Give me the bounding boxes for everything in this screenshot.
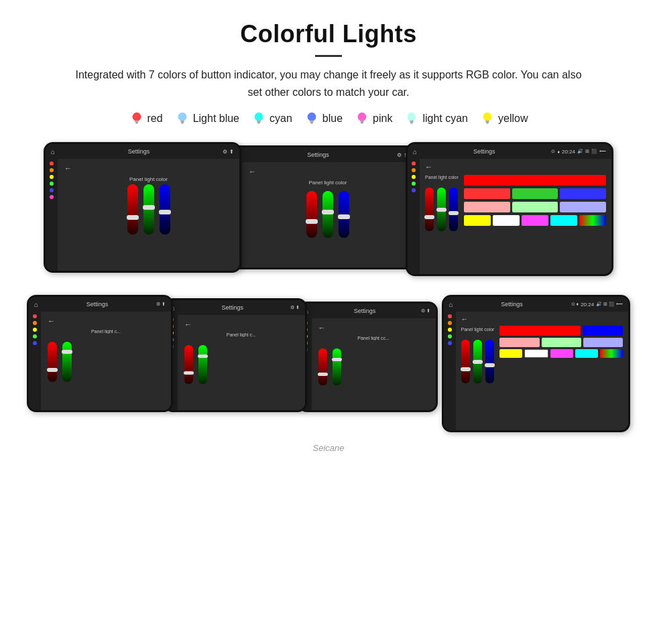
sidebar-dot xyxy=(50,168,54,172)
svg-rect-4 xyxy=(180,121,184,123)
color-swatches-3 xyxy=(464,175,606,226)
red-thumb-2[interactable] xyxy=(306,219,318,224)
blue-thumb-3[interactable] xyxy=(449,211,459,215)
sidebar-dot xyxy=(50,175,54,179)
svg-point-0 xyxy=(132,113,141,121)
color-item-blue: blue xyxy=(304,111,343,126)
green-thumb-3[interactable] xyxy=(436,208,446,212)
sidebar-dot xyxy=(50,188,54,192)
svg-point-15 xyxy=(408,113,416,121)
green-thumb-1[interactable] xyxy=(143,205,155,210)
topbar-2: ⌂ Settings ⚙ ⬆ xyxy=(230,147,414,162)
pink-bulb-icon xyxy=(355,111,369,126)
home-icon-1: ⌂ xyxy=(51,148,55,155)
red-thumb-3[interactable] xyxy=(424,215,434,219)
svg-rect-19 xyxy=(485,121,489,123)
settings-title-2: Settings xyxy=(243,151,393,158)
green-thumb-2[interactable] xyxy=(322,210,334,214)
bscreen-content-1: ← Panel light c... xyxy=(41,312,171,410)
swatch-red-full[interactable] xyxy=(464,175,606,186)
sliders-1 xyxy=(64,188,233,235)
svg-rect-5 xyxy=(181,123,184,124)
sliders-3 xyxy=(425,188,459,231)
swatch-cyan[interactable] xyxy=(550,215,577,226)
blue-thumb-1[interactable] xyxy=(159,210,171,214)
color-label-pink: pink xyxy=(373,113,392,125)
swatch-row-2 xyxy=(464,188,606,199)
bottom-devices-row: ⌂ Settings ⚙ ⬆ ← Panel light c... xyxy=(27,295,630,432)
top-device-2: ⌂ Settings ⚙ ⬆ ← xyxy=(228,145,416,269)
watermark: Seicane xyxy=(27,439,630,460)
bscreen-body-2: ← Panel light c... xyxy=(166,315,305,410)
color-label-blue: blue xyxy=(322,113,343,125)
swatch-magenta[interactable] xyxy=(522,215,548,226)
svg-rect-14 xyxy=(361,123,363,124)
swatch-pink[interactable] xyxy=(464,202,510,212)
lightcyan-bulb-icon xyxy=(404,111,419,126)
swatch-lightgreen[interactable] xyxy=(512,202,558,212)
topbar-1: ⌂ Settings ⚙ ⬆ xyxy=(46,144,239,159)
bottom-device-3: ⌂ Settings ⚙ ⬆ ← Panel light cc... xyxy=(298,302,438,412)
bcolor-swatches-4 xyxy=(499,326,623,358)
svg-rect-7 xyxy=(257,121,261,123)
topbar-icons-3: ⊙ ♦ 20:24 🔊 ⊞ ⬛ ⟵ xyxy=(551,149,606,155)
swatch-green[interactable] xyxy=(512,188,558,199)
bsliders-panel-4: ← Panel light color xyxy=(461,315,495,383)
top-device-1: ⌂ Settings ⚙ ⬆ xyxy=(44,142,241,273)
svg-rect-8 xyxy=(257,123,260,124)
color-item-cyan: cyan xyxy=(251,111,292,126)
title-section: Colorful Lights Integrated with 7 colors… xyxy=(27,20,630,101)
topbar-time-3: 20:24 xyxy=(562,149,575,155)
panel-title-3: Panel light color xyxy=(425,175,459,180)
watermark-text: Seicane xyxy=(313,443,345,453)
blue-slider-3[interactable] xyxy=(449,188,458,231)
svg-rect-10 xyxy=(310,121,314,123)
description-text: Integrated with 7 colors of button indic… xyxy=(67,66,590,101)
color-label-lightcyan: light cyan xyxy=(422,113,468,125)
red-thumb-1[interactable] xyxy=(127,215,139,220)
svg-rect-11 xyxy=(310,123,313,124)
sidebar-dot xyxy=(412,188,416,192)
bsliders-1 xyxy=(48,342,164,382)
bscreen-content-2: ← Panel light c... xyxy=(178,315,305,410)
svg-rect-17 xyxy=(411,123,414,124)
btopbar-2: ⌂ Settings ⚙ ⬆ xyxy=(166,300,305,315)
screen-body-1: ← Panel light color xyxy=(46,159,239,271)
green-slider-3[interactable] xyxy=(437,188,446,231)
back-arrow-3: ← xyxy=(425,163,459,171)
svg-point-3 xyxy=(178,113,186,121)
lightblue-bulb-icon xyxy=(175,111,190,126)
swatch-red[interactable] xyxy=(464,188,510,199)
swatch-blue[interactable] xyxy=(560,188,606,199)
sidebar-dot xyxy=(412,182,416,186)
back-arrow-2: ← xyxy=(249,168,407,176)
top-device-3: ⌂ Settings ⊙ ♦ 20:24 🔊 ⊞ ⬛ ⟵ xyxy=(406,142,613,276)
blue-thumb-2[interactable] xyxy=(338,214,350,219)
bleft-sidebar-4 xyxy=(444,312,456,430)
color-label-yellow: yellow xyxy=(498,113,528,125)
bottom-device-2: ⌂ Settings ⚙ ⬆ ← Panel light c... xyxy=(164,298,307,412)
blue-slider-2[interactable] xyxy=(339,191,349,238)
swatch-row-3 xyxy=(464,202,606,212)
color-label-red: red xyxy=(147,113,163,125)
blue-bulb-icon xyxy=(304,111,319,126)
swatch-white[interactable] xyxy=(493,215,520,226)
svg-rect-20 xyxy=(486,123,489,124)
screen-body-2: ← Panel light color xyxy=(230,162,414,267)
bsliders-3 xyxy=(318,348,429,385)
red-slider-1[interactable] xyxy=(127,184,138,235)
svg-point-6 xyxy=(255,113,263,121)
green-slider-1[interactable] xyxy=(143,184,154,235)
green-slider-2[interactable] xyxy=(322,191,333,238)
red-slider-2[interactable] xyxy=(306,191,317,238)
sidebar-dot xyxy=(50,162,54,166)
swatch-lightblue[interactable] xyxy=(560,202,606,212)
blue-slider-1[interactable] xyxy=(160,184,170,235)
red-slider-3[interactable] xyxy=(425,188,434,231)
topbar-icons-1: ⚙ ⬆ xyxy=(223,149,234,155)
swatch-rainbow[interactable] xyxy=(579,215,606,226)
screen-content-1: ← Panel light color xyxy=(58,159,239,271)
red-bulb-icon xyxy=(129,111,144,126)
panel-title-1: Panel light color xyxy=(64,176,233,182)
swatch-yellow[interactable] xyxy=(464,215,491,226)
